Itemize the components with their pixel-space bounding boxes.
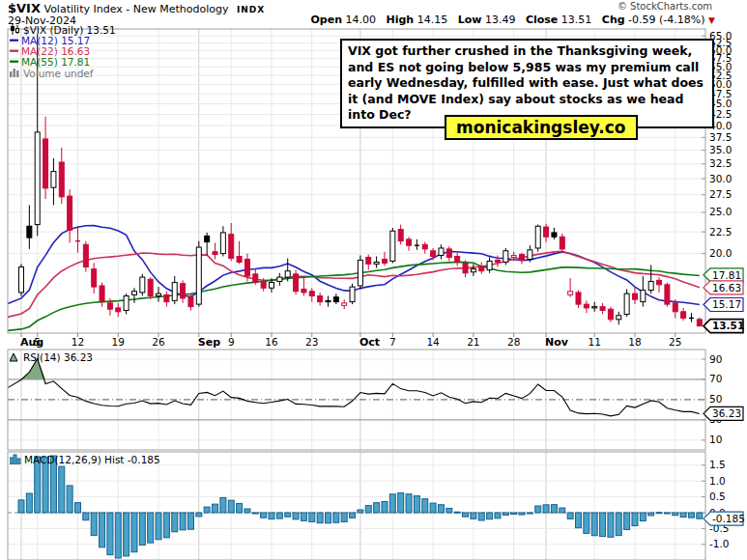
svg-text:Oct: Oct	[359, 336, 380, 349]
ma55-legend-label: MA(55) 17.81	[21, 57, 90, 68]
macd-histogram-icon	[10, 454, 21, 466]
svg-text:1.5: 1.5	[709, 459, 726, 470]
quote-row: Open 14.00 High 14.15 Low 13.49 Close 13…	[310, 14, 715, 26]
volume-bars-icon	[10, 68, 20, 79]
ma12-line-icon	[10, 36, 18, 46]
open-value: 14.00	[345, 14, 376, 26]
copyright-label: © StockCharts.com	[618, 1, 712, 12]
low-label: Low	[458, 14, 482, 26]
svg-text:26: 26	[152, 336, 165, 348]
svg-text:25: 25	[669, 336, 681, 348]
svg-text:32.5: 32.5	[709, 157, 732, 169]
svg-text:12: 12	[72, 336, 84, 348]
ma55-line-icon	[10, 57, 18, 68]
svg-text:22.5: 22.5	[709, 226, 732, 238]
close-value: 13.51	[561, 14, 592, 26]
svg-text:Nov: Nov	[545, 336, 569, 349]
svg-text:90: 90	[709, 353, 722, 365]
svg-text:19: 19	[112, 336, 125, 348]
svg-text:30.0: 30.0	[709, 173, 732, 184]
svg-text:9: 9	[228, 336, 235, 348]
rsi-area-icon	[10, 351, 20, 364]
close-label: Close	[526, 14, 558, 26]
svg-text:25.0: 25.0	[709, 206, 732, 217]
svg-text:18: 18	[628, 336, 641, 348]
svg-text:13.51: 13.51	[712, 320, 744, 331]
watermark-badge: monicakingsley.co	[445, 115, 638, 140]
change-down-icon: ▼	[708, 15, 715, 25]
svg-text:16.63: 16.63	[712, 282, 741, 294]
chg-value: -0.59 (-4.18%)	[628, 14, 704, 26]
annotation-text: VIX got further crushed in the Thanksgiv…	[348, 43, 704, 122]
svg-text:10: 10	[709, 434, 722, 445]
low-value: 13.49	[485, 14, 516, 26]
svg-text:-0.185: -0.185	[712, 513, 745, 524]
svg-text:Sep: Sep	[198, 336, 220, 349]
svg-text:21: 21	[467, 336, 479, 348]
high-label: High	[386, 14, 414, 26]
open-label: Open	[310, 14, 342, 26]
macd-legend: MACD(12,26,9) Hist -0.185	[10, 454, 160, 466]
svg-text:27.5: 27.5	[709, 188, 732, 200]
header-title-row: $VIX Volatility Index - New Methodology …	[8, 1, 265, 15]
svg-text:35.0: 35.0	[709, 144, 732, 155]
svg-text:36.23: 36.23	[712, 407, 741, 419]
svg-text:14: 14	[426, 336, 440, 348]
svg-text:37.5: 37.5	[709, 131, 732, 143]
rsi-legend: RSI(14) 36.23	[10, 351, 93, 364]
svg-text:50: 50	[709, 393, 722, 405]
rsi-legend-label: RSI(14) 36.23	[23, 352, 93, 363]
svg-text:28: 28	[507, 336, 520, 348]
svg-text:0.5: 0.5	[709, 490, 726, 502]
exchange-label: INDX	[237, 5, 265, 14]
legend-ma55: MA(55) 17.81	[10, 57, 90, 68]
ma22-line-icon	[10, 46, 18, 57]
high-value: 14.15	[417, 14, 448, 26]
svg-text:15.17: 15.17	[712, 298, 741, 310]
svg-text:20.0: 20.0	[709, 247, 732, 259]
svg-text:-1.0: -1.0	[709, 538, 730, 549]
svg-text:5: 5	[34, 336, 41, 348]
chg-label: Chg	[602, 14, 625, 26]
macd-legend-label: MACD(12,26,9) Hist -0.185	[24, 455, 160, 465]
svg-text:1.0: 1.0	[709, 475, 726, 487]
svg-text:70: 70	[709, 373, 722, 384]
legend-volume: Volume undef	[10, 68, 94, 79]
stockcharts-chart-page: { "header": { "symbol": "$VIX", "title":…	[0, 0, 747, 560]
watermark-text: monicakingsley.co	[456, 118, 626, 137]
svg-text:7: 7	[389, 336, 396, 348]
svg-text:23: 23	[305, 336, 318, 348]
symbol-label: $VIX	[8, 1, 41, 15]
svg-text:16: 16	[265, 336, 278, 348]
svg-text:11: 11	[589, 336, 601, 348]
svg-text:17.81: 17.81	[712, 269, 741, 281]
volume-legend-label: Volume undef	[23, 69, 94, 79]
